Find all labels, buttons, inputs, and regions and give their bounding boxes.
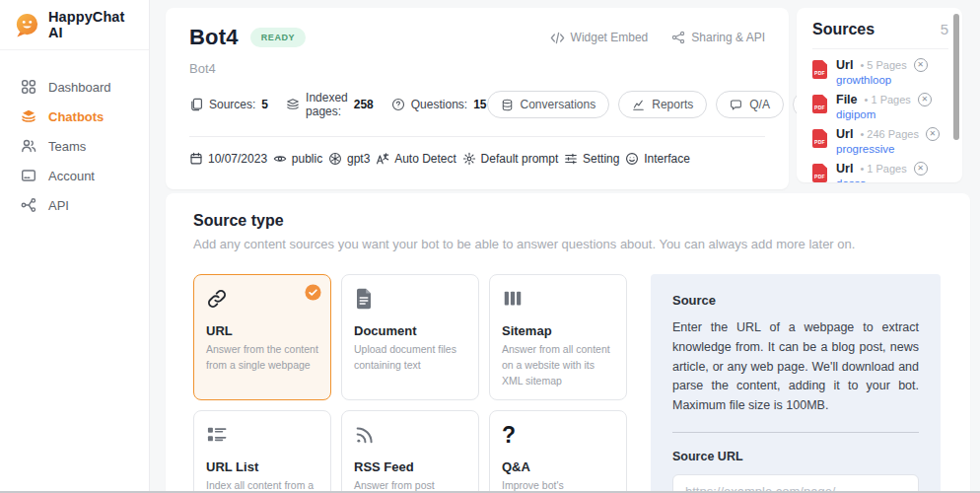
qa-button[interactable]: Q/A <box>716 91 784 118</box>
button-label: Conversations <box>521 98 596 111</box>
stat-label: Indexed pages: <box>306 91 348 118</box>
source-list-item: PDF Url 246 Pages ✕ progressive <box>812 127 948 155</box>
calendar-icon <box>189 152 203 166</box>
sidebar-item-api[interactable]: API <box>0 190 149 220</box>
url-list-icon <box>206 423 318 447</box>
document-icon <box>354 287 466 311</box>
widget-embed-button[interactable]: Widget Embed <box>550 31 649 44</box>
source-type: Url <box>836 162 853 176</box>
meta-label: 10/07/2023 <box>208 152 267 166</box>
detail-title: Source <box>672 293 919 308</box>
pdf-file-icon: PDF <box>812 164 827 182</box>
stack-layers-icon <box>286 98 300 111</box>
reports-button[interactable]: Reports <box>618 91 707 118</box>
translate-icon <box>376 152 389 166</box>
app-logo[interactable]: HappyChat AI <box>0 0 149 50</box>
teams-users-icon <box>21 138 36 154</box>
speech-bubble-icon <box>730 99 742 111</box>
remove-source-button[interactable]: ✕ <box>918 93 932 106</box>
sidebar-item-teams[interactable]: Teams <box>0 131 149 161</box>
source-list-item: PDF Url 5 Pages ✕ growthloop <box>812 58 948 86</box>
stat-value: 15 <box>473 98 486 111</box>
remove-source-button[interactable]: ✕ <box>914 58 928 72</box>
sidebar-item-dashboard[interactable]: Dashboard <box>0 72 149 102</box>
source-link[interactable]: dossa <box>836 177 928 182</box>
remove-source-button[interactable]: ✕ <box>914 162 928 176</box>
type-card-rss-feed[interactable]: RSS Feed Answer from post content from a… <box>341 410 479 493</box>
type-card-desc: Upload document files containing text <box>354 342 466 374</box>
meta-setting: Setting <box>564 152 619 166</box>
sidebar: HappyChat AI Dashboard Chatbots <box>0 0 150 493</box>
type-card-url[interactable]: URL Answer from the content from a singl… <box>193 274 331 400</box>
bot-header-card: Bot4 READY Widget Embed Sharing & API <box>166 8 789 189</box>
stat-indexed-pages: Indexed pages: 258 <box>286 91 374 118</box>
meta-label: Interface <box>644 152 690 166</box>
meta-label: public <box>292 152 322 166</box>
source-pages: 5 Pages <box>860 59 906 71</box>
question-circle-icon <box>391 98 405 111</box>
source-detail-panel: Source Enter the URL of a webpage to ext… <box>651 274 941 493</box>
sources-count: 5 <box>941 21 948 37</box>
meta-interface: Interface <box>625 152 690 166</box>
stat-value: 5 <box>261 98 268 111</box>
type-card-desc: Answer from all content on a website wit… <box>502 342 614 388</box>
sidebar-item-label: Chatbots <box>48 109 104 124</box>
source-link[interactable]: growthloop <box>836 74 928 86</box>
pdf-file-icon: PDF <box>812 60 827 79</box>
source-url-label: Source URL <box>672 450 743 463</box>
meta-label: gpt3 <box>347 152 370 166</box>
meta-created-date: 10/07/2023 <box>189 152 267 166</box>
meta-visibility: public <box>273 152 322 166</box>
source-list-item: PDF File 1 Pages ✕ digipom <box>812 93 948 120</box>
sidebar-item-label: Account <box>48 169 95 183</box>
type-card-sitemap[interactable]: Sitemap Answer from all content on a web… <box>489 274 627 400</box>
source-link[interactable]: progressive <box>836 143 940 155</box>
link-icon <box>206 287 318 311</box>
type-card-title: Document <box>354 323 466 338</box>
source-type: File <box>836 93 858 106</box>
model-icon <box>328 152 342 166</box>
meta-default-prompt: Default prompt <box>462 152 559 166</box>
type-card-document[interactable]: Document Upload document files containin… <box>341 274 479 400</box>
meta-label: Auto Detect <box>394 152 456 166</box>
meta-auto-detect: Auto Detect <box>376 152 456 166</box>
type-card-qa[interactable]: ? Q&A Improve bot's performance with com… <box>489 410 627 493</box>
sidebar-item-chatbots[interactable]: Chatbots <box>0 102 149 131</box>
sources-panel-title: Sources <box>812 21 875 38</box>
sidebar-item-account[interactable]: Account <box>0 161 149 190</box>
source-type-grid: URL Answer from the content from a singl… <box>193 274 627 493</box>
type-card-url-list[interactable]: URL List Index all content from a bulk l… <box>193 410 331 493</box>
source-list-item: PDF Url 1 Pages ✕ dossa <box>812 162 948 182</box>
source-pages: 246 Pages <box>860 128 919 140</box>
sidebar-item-label: Teams <box>48 139 86 154</box>
sharing-api-button[interactable]: Sharing & API <box>671 31 765 44</box>
pages-copy-icon <box>189 98 203 111</box>
button-label: Q/A <box>749 98 770 111</box>
conversations-button[interactable]: Conversations <box>487 91 610 118</box>
header-divider <box>189 136 765 137</box>
chatbots-layers-icon <box>21 108 36 124</box>
source-type: Url <box>836 58 853 72</box>
api-nodes-icon <box>21 197 36 213</box>
type-card-title: Sitemap <box>502 323 614 338</box>
dashboard-grid-icon <box>21 79 36 95</box>
stat-label: Sources: <box>209 98 255 111</box>
section-subtitle: Add any content sources you want your bo… <box>193 237 941 251</box>
section-title: Source type <box>193 212 941 230</box>
sidebar-item-label: Dashboard <box>48 80 111 95</box>
source-type: Url <box>836 127 853 141</box>
sources-panel: Sources 5 PDF Url 5 Pages ✕ growthloop P… <box>797 8 962 182</box>
meta-model: gpt3 <box>328 152 370 166</box>
bot-title: Bot4 <box>189 25 239 50</box>
source-link[interactable]: digipom <box>836 108 932 120</box>
type-card-desc: Answer from the content from a single we… <box>206 342 318 374</box>
sources-scrollbar[interactable] <box>953 14 959 140</box>
stat-sources: Sources: 5 <box>189 98 268 111</box>
bot-subtitle: Bot4 <box>189 61 765 76</box>
stat-value: 258 <box>354 98 374 111</box>
button-label: Reports <box>652 98 693 111</box>
source-pages: 1 Pages <box>860 163 906 175</box>
remove-source-button[interactable]: ✕ <box>926 127 940 141</box>
type-card-title: RSS Feed <box>354 459 466 474</box>
sharing-api-label: Sharing & API <box>691 31 765 44</box>
